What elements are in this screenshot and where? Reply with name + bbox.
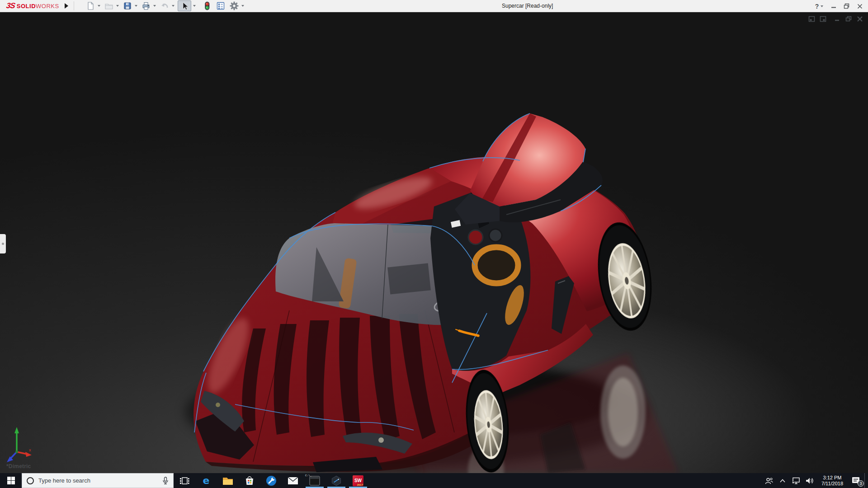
cortana-icon xyxy=(27,477,34,484)
save-button[interactable] xyxy=(122,0,133,11)
doc-minimize-icon[interactable] xyxy=(834,15,841,23)
window-controls: ? xyxy=(814,0,866,12)
restore-button[interactable] xyxy=(840,0,853,12)
notification-badge: 3 xyxy=(858,480,864,487)
new-button[interactable] xyxy=(85,0,96,11)
solidworks-button[interactable]: SW 2017 xyxy=(347,473,369,488)
action-center-button[interactable]: 3 xyxy=(848,473,864,488)
mail-icon xyxy=(288,477,298,485)
command-prompt-label: C:\_ xyxy=(305,474,311,477)
select-dropdown[interactable] xyxy=(193,5,196,7)
open-folder-icon xyxy=(104,1,113,10)
close-button[interactable] xyxy=(853,0,866,12)
reference-triad: x xyxy=(4,424,40,468)
toolbar-separator xyxy=(74,1,74,10)
tray-date: 7/11/2018 xyxy=(818,481,846,487)
wrench-circle-icon xyxy=(266,475,277,486)
tray-time: 3:12 PM xyxy=(818,475,846,481)
file-properties-button[interactable] xyxy=(215,0,226,11)
task-view-icon xyxy=(179,475,190,486)
document-window-controls xyxy=(808,15,863,23)
search-placeholder: Type here to search xyxy=(38,477,158,484)
feature-window-icon[interactable] xyxy=(808,15,816,23)
system-tray: 3:12 PM 7/11/2018 3 xyxy=(762,473,868,488)
view-orientation-label: *Dimetric xyxy=(6,463,31,469)
open-button[interactable] xyxy=(104,0,114,11)
quick-access-toolbar xyxy=(85,0,246,11)
support-assist-button[interactable] xyxy=(260,473,282,488)
windows-logo-icon xyxy=(7,477,15,484)
print-button[interactable] xyxy=(141,0,151,11)
open-dropdown[interactable] xyxy=(116,5,119,7)
rebuild-button[interactable] xyxy=(202,0,212,11)
solidworks-logo-mark: 3S xyxy=(6,1,16,10)
store-icon xyxy=(244,475,255,486)
network-button[interactable] xyxy=(789,473,803,488)
toolbar-expand-icon[interactable] xyxy=(65,3,68,9)
task-view-button[interactable] xyxy=(174,473,195,488)
document-title: Supercar [Read-only] xyxy=(502,0,553,12)
taskbar-empty-space xyxy=(369,473,762,488)
save-floppy-icon xyxy=(123,1,132,10)
file-explorer-button[interactable] xyxy=(217,473,239,488)
new-dropdown[interactable] xyxy=(98,5,100,7)
restore-icon xyxy=(844,3,849,9)
help-button[interactable]: ? xyxy=(814,0,827,12)
print-dropdown[interactable] xyxy=(153,5,156,7)
edge-icon: e xyxy=(203,475,210,486)
solidworks-logo: 3S SOLIDWORKS xyxy=(6,0,59,12)
people-button[interactable] xyxy=(762,473,776,488)
car-3d-model xyxy=(0,12,868,473)
gear-icon xyxy=(230,1,239,10)
undo-icon xyxy=(160,1,169,10)
edge-button[interactable]: e xyxy=(195,473,217,488)
clock[interactable]: 3:12 PM 7/11/2018 xyxy=(816,475,848,487)
rebuild-traffic-light-icon xyxy=(203,1,212,10)
hexagon-app-icon xyxy=(331,475,342,486)
start-button[interactable] xyxy=(0,473,22,488)
close-icon xyxy=(857,4,863,9)
featuremanager-collapsed-tab[interactable] xyxy=(0,234,6,253)
select-cursor-icon xyxy=(180,1,189,10)
select-button[interactable] xyxy=(178,0,191,11)
composer-button[interactable] xyxy=(326,473,347,488)
undo-dropdown[interactable] xyxy=(172,5,175,7)
print-icon xyxy=(142,1,151,10)
chevron-up-icon xyxy=(779,479,786,483)
file-explorer-icon xyxy=(222,476,234,486)
volume-button[interactable] xyxy=(803,473,816,488)
options-dropdown[interactable] xyxy=(241,5,244,7)
solidworks-icon: SW 2017 xyxy=(353,475,363,486)
graphics-area[interactable]: x *Dimetric xyxy=(0,12,868,473)
network-icon xyxy=(792,477,801,484)
save-dropdown[interactable] xyxy=(135,5,137,7)
doc-restore-icon[interactable] xyxy=(845,15,852,23)
file-properties-icon xyxy=(216,1,225,10)
window-icon[interactable] xyxy=(820,15,827,23)
command-prompt-button[interactable]: C:\_ xyxy=(304,473,326,488)
search-input[interactable]: Type here to search xyxy=(22,473,174,488)
help-dropdown[interactable] xyxy=(821,5,823,7)
mail-button[interactable] xyxy=(282,473,304,488)
panel-handle-dot xyxy=(2,243,4,245)
microphone-icon[interactable] xyxy=(162,477,169,485)
doc-close-icon[interactable] xyxy=(856,15,863,23)
minimize-button[interactable] xyxy=(827,0,840,12)
new-document-icon xyxy=(86,1,95,10)
triad-x-label: x xyxy=(29,448,31,452)
title-bar: 3S SOLIDWORKS xyxy=(0,0,868,12)
show-desktop-button[interactable] xyxy=(864,473,868,488)
windows-taskbar: Type here to search e xyxy=(0,473,868,488)
options-button[interactable] xyxy=(229,0,240,11)
minimize-icon xyxy=(831,4,836,9)
undo-button[interactable] xyxy=(159,0,170,11)
people-icon xyxy=(765,477,773,484)
speaker-icon xyxy=(806,477,814,484)
store-button[interactable] xyxy=(239,473,260,488)
tray-overflow-button[interactable] xyxy=(776,473,789,488)
